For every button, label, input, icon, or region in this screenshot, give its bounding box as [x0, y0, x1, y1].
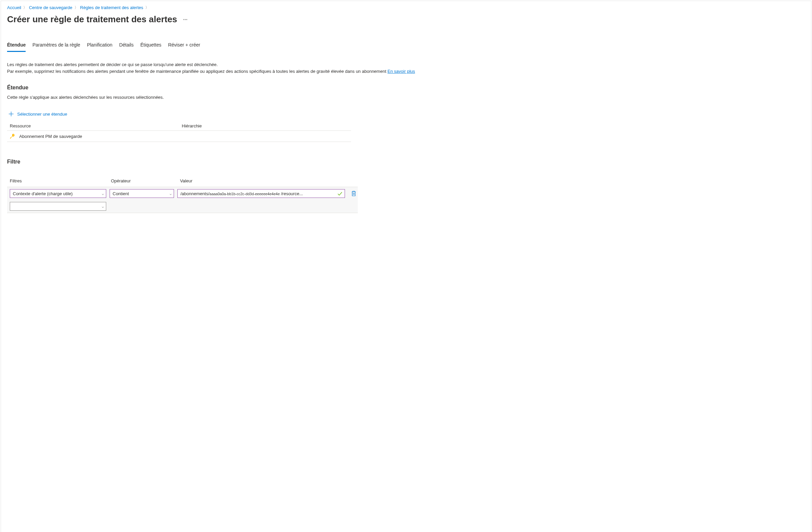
svg-line-3: [346, 134, 348, 138]
tab-rule-settings[interactable]: Paramètres de la règle: [32, 41, 80, 52]
learn-more-link[interactable]: En savoir plus: [388, 69, 415, 74]
filter-heading: Filtre: [7, 159, 805, 165]
tab-review-create[interactable]: Réviser + créer: [168, 41, 200, 52]
filter-col-operator: Opérateur: [111, 178, 180, 183]
breadcrumb-alert-rules[interactable]: Règles de traitement des alertes: [80, 5, 143, 10]
tab-scheduling[interactable]: Planification: [87, 41, 113, 52]
tab-details[interactable]: Détails: [119, 41, 133, 52]
filter-rows-container: Contexte d'alerte (charge utile) ⌵ Conti…: [7, 187, 358, 213]
filter-operator-value: Contient: [113, 191, 129, 196]
filter-grid: Filtres Opérateur Valeur Contexte d'aler…: [7, 178, 358, 213]
page-title: Créer une règle de traitement des alerte…: [7, 14, 177, 25]
filter-headers: Filtres Opérateur Valeur: [7, 178, 358, 187]
filter-row-empty: ⌵: [7, 200, 358, 213]
filter-operator-dropdown[interactable]: Contient ⌵: [110, 189, 174, 198]
tabs: Étendue Paramètres de la règle Planifica…: [7, 41, 805, 52]
chevron-right-icon: 〉: [145, 5, 149, 10]
check-icon: [337, 191, 343, 196]
chevron-down-icon: ⌵: [102, 192, 104, 195]
tab-scope[interactable]: Étendue: [7, 41, 26, 52]
description-line2: Par exemple, supprimez les notifications…: [7, 68, 805, 75]
scope-table: Ressource Hiérarchie Abonnement PM de sa…: [7, 121, 351, 142]
add-filter-dropdown[interactable]: ⌵: [10, 202, 106, 211]
plus-icon: [9, 111, 14, 117]
scope-table-header: Ressource Hiérarchie: [7, 121, 351, 131]
description-text: Les règles de traitement des alertes per…: [7, 61, 805, 74]
scope-col-hierarchy: Hiérarchie: [182, 123, 348, 129]
filter-row: Contexte d'alerte (charge utile) ⌵ Conti…: [7, 187, 358, 200]
scope-resource-name: Abonnement PM de sauvegarde: [19, 134, 185, 139]
filter-section: Filtre Filtres Opérateur Valeur Contexte…: [7, 159, 805, 213]
page-container: Accueil 〉 Centre de sauvegarde 〉 Règles …: [1, 1, 811, 532]
scope-col-resource: Ressource: [10, 123, 182, 129]
description-line1: Les règles de traitement des alertes per…: [7, 61, 805, 68]
scope-heading: Étendue: [7, 85, 805, 91]
filter-col-filters: Filtres: [10, 178, 111, 183]
filter-type-dropdown[interactable]: Contexte d'alerte (charge utile) ⌵: [10, 189, 106, 198]
chevron-down-icon: ⌵: [170, 192, 172, 195]
filter-value-input[interactable]: /abonnements/aaaa0a0a-bb1b-cc2c-dd3d-eee…: [177, 189, 345, 198]
chevron-down-icon: ⌵: [102, 205, 104, 208]
breadcrumb: Accueil 〉 Centre de sauvegarde 〉 Règles …: [7, 4, 805, 13]
svg-line-2: [346, 134, 348, 138]
chevron-right-icon: 〉: [23, 5, 27, 10]
breadcrumb-home[interactable]: Accueil: [7, 5, 21, 10]
filter-value-text: /abonnements/aaaa0a0a-bb1b-cc2c-dd3d-eee…: [180, 191, 335, 196]
page-title-row: Créer une règle de traitement des alerte…: [7, 14, 805, 25]
delete-filter-button[interactable]: [351, 191, 357, 196]
more-actions-button[interactable]: ⋯: [183, 17, 188, 22]
remove-scope-button[interactable]: [342, 133, 348, 139]
select-scope-label: Sélectionner une étendue: [17, 112, 67, 117]
select-scope-button[interactable]: Sélectionner une étendue: [7, 110, 805, 118]
tab-tags[interactable]: Étiquettes: [140, 41, 161, 52]
scope-description: Cette règle s'applique aux alertes décle…: [7, 95, 805, 100]
scope-row: Abonnement PM de sauvegarde: [7, 131, 351, 142]
filter-col-value: Valeur: [180, 178, 355, 183]
filter-type-value: Contexte d'alerte (charge utile): [13, 191, 72, 196]
breadcrumb-backup-center[interactable]: Centre de sauvegarde: [29, 5, 72, 10]
key-icon: [10, 133, 15, 139]
chevron-right-icon: 〉: [74, 5, 78, 10]
